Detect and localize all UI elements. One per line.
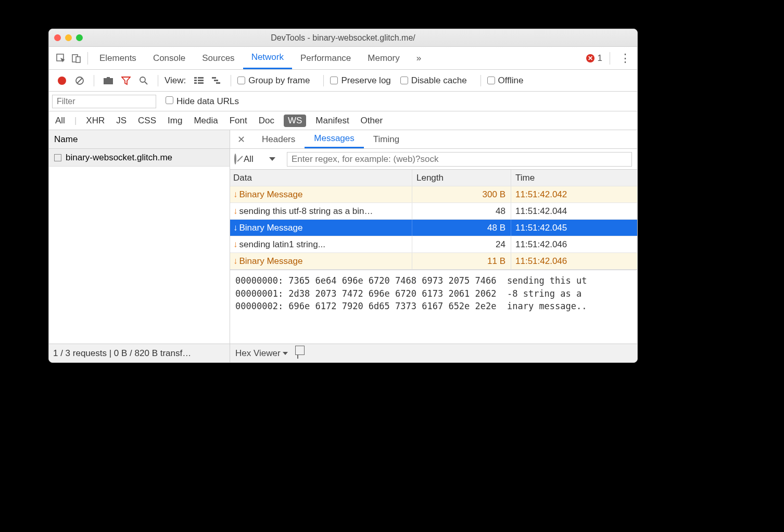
filter-input[interactable] [52,95,156,108]
error-badge[interactable]: ✕ 1 [586,53,602,64]
svg-rect-6 [107,77,110,79]
svg-rect-13 [194,82,197,84]
svg-rect-11 [194,80,197,81]
tab-performance[interactable]: Performance [292,47,359,69]
device-toolbar-icon[interactable] [69,47,84,69]
titlebar: DevTools - binary-websocket.glitch.me/ [49,29,637,47]
body-split: Name binary-websocket.glitch.me 1 / 3 re… [49,130,637,362]
col-data[interactable]: Data [230,170,412,186]
svg-point-7 [140,77,145,82]
message-type-dropdown[interactable]: All [239,154,280,164]
filter-js[interactable]: JS [114,115,129,127]
close-window-button[interactable] [54,34,61,41]
filter-img[interactable]: Img [166,115,184,127]
message-row[interactable]: ↓sending latin1 string... 24 11:51:42.04… [230,236,637,253]
tab-memory[interactable]: Memory [359,47,408,69]
svg-rect-17 [216,82,220,84]
detail-subtabs: ✕ Headers Messages Timing [230,130,637,149]
messages-header-row: Data Length Time [230,170,637,186]
filter-row: Hide data URLs [49,92,637,111]
detail-panel: ✕ Headers Messages Timing All Data Lengt… [230,130,637,362]
filter-doc[interactable]: Doc [257,115,276,127]
subtab-headers[interactable]: Headers [252,130,305,148]
capture-screenshot-icon[interactable] [100,70,116,91]
minimize-window-button[interactable] [65,34,72,41]
window-title: DevTools - binary-websocket.glitch.me/ [54,33,632,43]
checkbox-icon [400,77,408,84]
hex-viewer[interactable]: 00000000: 7365 6e64 696e 6720 7468 6973 … [230,270,637,344]
network-toolbar: View: Group by frame Preserve log Disabl… [49,70,637,92]
type-filter-bar: All | XHR JS CSS Img Media Font Doc WS M… [49,111,637,130]
request-status-bar: 1 / 3 requests | 0 B / 820 B transf… [49,344,230,362]
checkbox-icon [487,77,495,84]
request-row[interactable]: binary-websocket.glitch.me [49,149,230,167]
hex-viewer-bar: Hex Viewer [230,344,637,362]
filter-font[interactable]: Font [227,115,249,127]
tab-network[interactable]: Network [243,47,292,69]
svg-rect-12 [198,80,204,81]
messages-filter-bar: All [230,149,637,170]
maximize-window-button[interactable] [76,34,83,41]
filter-manifest[interactable]: Manifest [313,115,351,127]
request-icon [54,154,61,161]
arrow-down-icon: ↓ [233,189,238,200]
col-time[interactable]: Time [511,170,637,186]
svg-rect-14 [198,82,204,84]
inspect-icon[interactable] [53,47,69,69]
name-column-header[interactable]: Name [49,130,230,149]
clear-messages-icon[interactable] [234,155,236,164]
message-row[interactable]: ↓Binary Message 300 B 11:51:42.042 [230,186,637,203]
preserve-log-checkbox[interactable]: Preserve log [330,75,390,86]
error-icon: ✕ [586,54,595,62]
message-regex-input[interactable] [287,152,632,167]
offline-checkbox[interactable]: Offline [487,75,524,86]
devtools-window: DevTools - binary-websocket.glitch.me/ E… [48,29,638,363]
checkbox-icon [166,96,173,104]
tab-console[interactable]: Console [145,47,194,69]
arrow-down-icon: ↓ [233,206,238,217]
tab-elements[interactable]: Elements [91,47,145,69]
subtab-messages[interactable]: Messages [305,130,363,148]
filter-css[interactable]: CSS [136,115,158,127]
message-row[interactable]: ↓Binary Message 11 B 11:51:42.046 [230,253,637,270]
record-icon [58,77,66,85]
filter-media[interactable]: Media [192,115,220,127]
request-list-panel: Name binary-websocket.glitch.me 1 / 3 re… [49,130,230,362]
copy-icon[interactable] [297,348,298,359]
svg-rect-10 [198,77,204,79]
close-detail-icon[interactable]: ✕ [230,134,252,145]
filter-xhr[interactable]: XHR [84,115,107,127]
message-row-selected[interactable]: ↓Binary Message 48 B 11:51:42.045 [230,220,637,236]
filter-other[interactable]: Other [359,115,385,127]
svg-line-8 [145,82,147,84]
tab-more[interactable]: » [408,47,429,69]
group-by-frame-checkbox[interactable]: Group by frame [237,75,310,86]
hide-data-urls-checkbox[interactable]: Hide data URLs [166,96,239,107]
hex-viewer-dropdown[interactable]: Hex Viewer [235,348,288,359]
search-icon[interactable] [136,70,151,91]
messages-table: Data Length Time ↓Binary Message 300 B 1… [230,170,637,270]
svg-line-4 [77,78,82,83]
col-length[interactable]: Length [412,170,511,186]
large-rows-icon[interactable] [191,70,207,91]
arrow-down-icon: ↓ [233,256,238,267]
disable-cache-checkbox[interactable]: Disable cache [400,75,467,86]
waterfall-icon[interactable] [209,70,224,91]
main-tabs: Elements Console Sources Network Perform… [49,47,637,70]
filter-ws[interactable]: WS [284,115,306,127]
record-button[interactable] [54,70,70,91]
checkbox-icon [237,77,245,84]
message-row[interactable]: ↓sending this utf-8 string as a bin… 48 … [230,203,637,220]
clear-button[interactable] [72,70,87,91]
checkbox-icon [330,77,338,84]
arrow-down-icon: ↓ [233,239,238,250]
tab-sources[interactable]: Sources [194,47,243,69]
subtab-timing[interactable]: Timing [364,130,409,148]
filter-icon[interactable] [118,70,134,91]
chevron-down-icon [283,352,288,355]
kebab-menu-icon[interactable]: ⋮ [613,52,637,65]
filter-all[interactable]: All [53,115,67,127]
request-name: binary-websocket.glitch.me [66,153,172,163]
svg-rect-15 [212,77,216,79]
chevron-down-icon [269,157,275,161]
